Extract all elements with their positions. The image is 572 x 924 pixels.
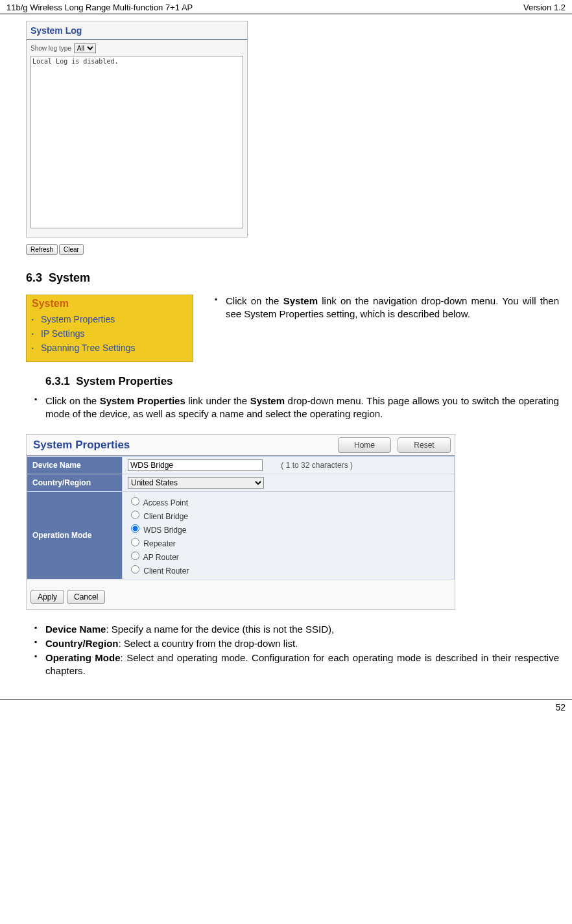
system-menu-panel: System System Properties IP Settings Spa… <box>26 295 193 362</box>
subsection-number: 6.3.1 <box>45 375 70 387</box>
clear-button[interactable]: Clear <box>59 244 84 255</box>
country-select[interactable]: United States <box>128 477 264 489</box>
bullet-icon: ▪ <box>26 623 45 632</box>
system-note-text: Click on the System link on the navigati… <box>226 295 559 321</box>
system-properties-panel: System Properties Home Reset Device Name… <box>26 434 455 610</box>
menu-item-spanning-tree[interactable]: Spanning Tree Settings <box>32 341 187 355</box>
refresh-button[interactable]: Refresh <box>26 244 58 255</box>
radio-client-bridge[interactable] <box>131 511 139 519</box>
operation-mode-radios: Access Point Client Bridge WDS Bridge Re… <box>128 494 449 576</box>
system-log-panel: System Log Show log type All Local Log i… <box>26 21 248 237</box>
def-device-name: Device Name: Specify a name for the devi… <box>45 623 559 636</box>
menu-item-ip-settings[interactable]: IP Settings <box>32 326 187 341</box>
show-log-label: Show log type <box>30 45 71 52</box>
section-number: 6.3 <box>26 271 42 284</box>
system-log-title: System Log <box>30 25 82 36</box>
page-number: 52 <box>555 702 566 712</box>
section-6-3-1-heading: 6.3.1 System Properties <box>45 375 559 388</box>
def-country-region: Country/Region: Select a country from th… <box>45 637 559 650</box>
section-6-3-heading: 6.3 System <box>26 271 559 285</box>
divider <box>27 39 247 40</box>
section-title: System <box>49 271 90 284</box>
radio-access-point[interactable] <box>131 497 139 505</box>
apply-button[interactable]: Apply <box>30 590 64 604</box>
menu-item-system-properties[interactable]: System Properties <box>32 312 187 326</box>
radio-label: Access Point <box>143 498 188 507</box>
radio-label: Client Bridge <box>143 512 188 521</box>
show-log-select[interactable]: All <box>74 43 96 53</box>
sysprops-title: System Properties <box>33 439 130 452</box>
radio-repeater[interactable] <box>131 538 139 546</box>
header-right: Version 1.2 <box>523 3 566 12</box>
system-properties-intro: Click on the System Properties link unde… <box>45 395 559 421</box>
radio-label: Client Router <box>143 566 189 576</box>
page-header: 11b/g Wireless Long Range Multi-function… <box>0 0 572 14</box>
radio-label: Repeater <box>143 539 175 548</box>
page-footer: 52 <box>0 699 572 715</box>
device-name-note: ( 1 to 32 characters ) <box>281 461 353 470</box>
radio-ap-router[interactable] <box>131 552 139 560</box>
cancel-button[interactable]: Cancel <box>67 590 105 604</box>
bullet-icon: ▪ <box>26 651 45 661</box>
country-label: Country/Region <box>27 474 123 491</box>
radio-label: AP Router <box>143 553 179 562</box>
device-name-input[interactable] <box>128 459 263 471</box>
home-button[interactable]: Home <box>338 437 391 453</box>
bullet-icon: ▪ <box>206 295 226 305</box>
operation-mode-label: Operation Mode <box>27 491 123 579</box>
radio-wds-bridge[interactable] <box>131 524 139 533</box>
bullet-icon: ▪ <box>26 395 45 404</box>
subsection-title: System Properties <box>76 375 173 387</box>
reset-button[interactable]: Reset <box>398 437 451 453</box>
device-name-label: Device Name <box>27 456 123 474</box>
bullet-icon: ▪ <box>26 637 45 646</box>
def-operating-mode: Operating Mode: Select and operating mod… <box>45 651 559 678</box>
system-menu-title: System <box>32 298 187 310</box>
system-log-textarea[interactable]: Local Log is disabled. <box>30 56 243 228</box>
radio-client-router[interactable] <box>131 565 139 574</box>
radio-label: WDS Bridge <box>143 526 186 535</box>
header-left: 11b/g Wireless Long Range Multi-function… <box>6 3 193 12</box>
